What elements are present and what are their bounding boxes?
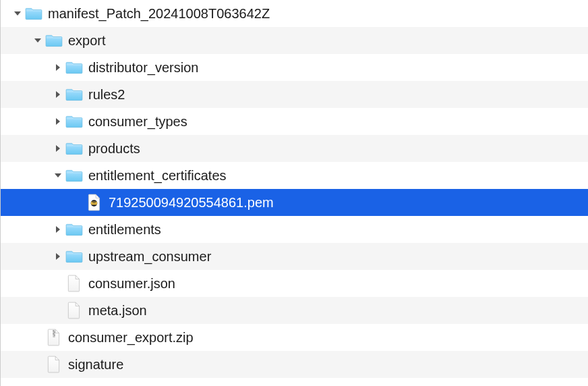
chevron-right-icon[interactable] [52, 225, 64, 233]
folder-icon [65, 87, 83, 102]
file-tree: manifest_Patch_20241008T063642Z export d… [1, 0, 588, 378]
tree-row-label: rules2 [88, 88, 125, 101]
tree-row-products[interactable]: products [1, 135, 588, 162]
tree-row-label: consumer.json [88, 277, 175, 290]
tree-row-consumer-export-zip[interactable]: consumer_export.zip [1, 324, 588, 351]
tree-row-consumer-types[interactable]: consumer_types [1, 108, 588, 135]
tree-row-pem-file[interactable]: 719250094920554861.pem [1, 189, 588, 216]
tree-row-label: meta.json [88, 304, 147, 317]
chevron-right-icon[interactable] [52, 144, 64, 153]
chevron-right-icon[interactable] [52, 252, 64, 260]
tree-row-label: export [68, 34, 106, 47]
chevron-down-icon[interactable] [52, 172, 64, 179]
tree-row-consumer-json[interactable]: consumer.json [1, 270, 588, 297]
tree-row-entitlements[interactable]: entitlements [1, 216, 588, 243]
tree-row-entitlement-certificates[interactable]: entitlement_certificates [1, 162, 588, 189]
tree-row-meta-json[interactable]: meta.json [1, 297, 588, 324]
document-file-icon [65, 302, 83, 319]
tree-row-signature[interactable]: signature [1, 351, 588, 378]
tree-row-rules2[interactable]: rules2 [1, 81, 588, 108]
folder-icon [25, 6, 42, 21]
folder-icon [65, 222, 83, 237]
folder-icon [65, 114, 83, 129]
document-file-icon [45, 356, 63, 373]
tree-row-export[interactable]: export [1, 27, 588, 54]
tree-row-label: 719250094920554861.pem [109, 196, 274, 209]
tree-row-label: consumer_types [88, 115, 187, 128]
folder-icon [65, 168, 83, 183]
folder-icon [65, 249, 83, 264]
tree-row-label: distributor_version [88, 61, 198, 74]
folder-icon [45, 33, 63, 48]
chevron-right-icon[interactable] [52, 90, 64, 99]
chevron-down-icon[interactable] [11, 10, 24, 17]
tree-row-label: signature [68, 358, 123, 371]
tree-row-manifest-patch[interactable]: manifest_Patch_20241008T063642Z [1, 0, 588, 27]
tree-row-label: consumer_export.zip [68, 331, 194, 344]
tree-row-label: manifest_Patch_20241008T063642Z [48, 7, 270, 20]
tree-row-label: entitlements [88, 223, 161, 236]
document-file-icon [65, 275, 83, 292]
certificate-file-icon [86, 194, 103, 211]
tree-row-label: products [88, 142, 140, 155]
chevron-right-icon[interactable] [52, 117, 64, 126]
zip-file-icon [45, 329, 63, 346]
chevron-right-icon[interactable] [52, 63, 64, 72]
tree-row-upstream-consumer[interactable]: upstream_consumer [1, 243, 588, 270]
chevron-down-icon[interactable] [32, 37, 44, 44]
tree-row-label: entitlement_certificates [88, 169, 227, 182]
tree-row-distributor-version[interactable]: distributor_version [1, 54, 588, 81]
folder-icon [65, 60, 83, 75]
tree-row-label: upstream_consumer [88, 250, 211, 263]
folder-icon [65, 141, 83, 156]
